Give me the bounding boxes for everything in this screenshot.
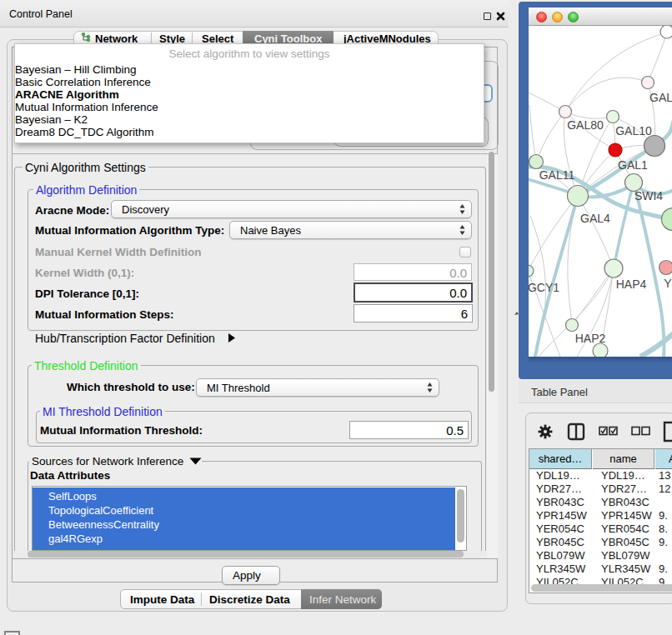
svg-text:GAL11: GAL11 <box>539 168 575 182</box>
svg-text:Y: Y <box>664 277 672 290</box>
svg-text:GAL7: GAL7 <box>649 91 672 104</box>
svg-text:HAP4: HAP4 <box>616 278 647 291</box>
svg-text:GCY1: GCY1 <box>529 281 559 294</box>
svg-text:GAL80: GAL80 <box>567 118 604 132</box>
svg-text:SWI4: SWI4 <box>634 189 663 202</box>
svg-text:GAL1: GAL1 <box>618 158 648 172</box>
svg-text:GAL10: GAL10 <box>615 124 652 138</box>
svg-text:GAL4: GAL4 <box>580 212 610 225</box>
svg-text:HAP2: HAP2 <box>575 332 606 345</box>
